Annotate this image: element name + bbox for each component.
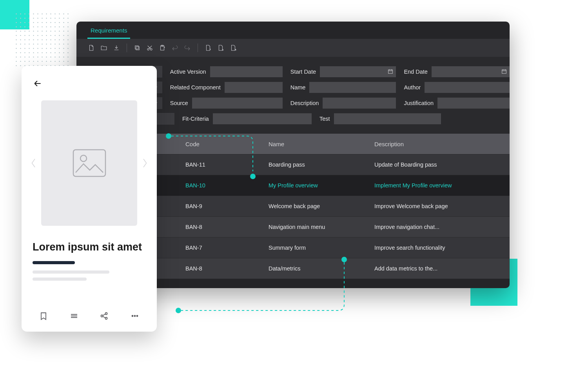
more-icon[interactable] xyxy=(130,311,140,321)
input-fit-criteria[interactable] xyxy=(213,113,312,124)
chevron-left-icon[interactable] xyxy=(30,157,37,169)
cell-name: My Profile overview xyxy=(245,182,363,189)
menu-icon[interactable] xyxy=(69,311,79,321)
paste-icon[interactable] xyxy=(158,44,166,52)
text-placeholder-line xyxy=(33,270,109,274)
image-placeholder xyxy=(41,100,137,226)
svg-point-19 xyxy=(136,316,138,317)
svg-rect-12 xyxy=(73,150,105,176)
tab-requirements[interactable]: Requirements xyxy=(87,27,130,39)
bookmark-icon[interactable] xyxy=(39,311,48,321)
folder-icon[interactable] xyxy=(100,44,108,52)
toolbar-separator xyxy=(198,44,198,52)
svg-rect-7 xyxy=(502,70,506,73)
card-bottom-nav xyxy=(33,307,146,325)
accent-bar xyxy=(33,261,75,264)
cell-description: Improve navigation chat... xyxy=(363,224,510,230)
cell-description: Improve search functionality xyxy=(363,245,510,251)
cell-description: Add data metrics to the... xyxy=(363,265,510,272)
label-description: Description xyxy=(290,100,319,106)
svg-point-17 xyxy=(132,316,133,317)
input-name[interactable] xyxy=(309,82,396,93)
cell-description: Implement My Profile overview xyxy=(363,182,510,189)
mobile-card: Lorem ipsum sit amet xyxy=(22,66,157,332)
label-name: Name xyxy=(290,84,306,91)
col-header-description[interactable]: Description xyxy=(363,141,510,147)
calendar-icon[interactable] xyxy=(387,68,394,74)
undo-icon[interactable] xyxy=(171,44,179,52)
svg-point-11 xyxy=(176,308,181,313)
col-header-name[interactable]: Name xyxy=(245,141,363,147)
new-file-icon[interactable] xyxy=(87,44,95,52)
toolbar-separator xyxy=(127,44,127,52)
input-author[interactable] xyxy=(425,82,510,93)
copy-icon[interactable] xyxy=(133,44,141,52)
file-add-icon[interactable] xyxy=(204,44,212,52)
cell-description: Update of Boarding pass xyxy=(363,162,510,168)
svg-point-13 xyxy=(80,155,87,162)
tab-bar: Requirements xyxy=(76,22,510,39)
back-arrow-icon[interactable] xyxy=(33,78,43,89)
input-end-date[interactable] xyxy=(432,66,510,77)
label-fit-criteria: Fit-Criteria xyxy=(182,116,209,122)
decorative-dots xyxy=(14,12,69,67)
cut-icon[interactable] xyxy=(146,44,154,52)
cell-name: Welcome back page xyxy=(245,203,363,209)
svg-rect-1 xyxy=(135,46,138,49)
label-end-date: End Date xyxy=(404,69,427,75)
input-start-date[interactable] xyxy=(320,66,396,77)
card-title: Lorem ipsum sit amet xyxy=(33,241,146,254)
label-related-component: Related Component xyxy=(170,84,221,91)
label-author: Author xyxy=(404,84,421,91)
svg-point-18 xyxy=(134,316,135,317)
label-source: Source xyxy=(170,100,188,106)
download-icon[interactable] xyxy=(113,44,120,52)
input-related-component[interactable] xyxy=(225,82,283,93)
input-source[interactable] xyxy=(192,98,283,109)
label-justification: Justification xyxy=(404,100,434,106)
cell-name: Summary form xyxy=(245,245,363,251)
input-justification[interactable] xyxy=(437,98,510,109)
cell-name: Data/metrics xyxy=(245,265,363,272)
calendar-icon[interactable] xyxy=(501,68,507,74)
redo-icon[interactable] xyxy=(183,44,191,52)
chevron-right-icon[interactable] xyxy=(141,157,148,169)
cell-description: Improve Welcome back page xyxy=(363,203,510,209)
cell-name: Navigation main menu xyxy=(245,224,363,230)
toolbar xyxy=(76,39,510,57)
label-active-version: Active Version xyxy=(170,69,206,75)
input-test[interactable] xyxy=(334,113,441,124)
cell-name: Boarding pass xyxy=(245,162,363,168)
file-remove-icon[interactable] xyxy=(217,44,225,52)
file-export-icon[interactable] xyxy=(229,44,237,52)
label-start-date: Start Date xyxy=(290,69,316,75)
svg-rect-6 xyxy=(388,70,393,73)
text-placeholder-line xyxy=(33,278,87,281)
input-active-version[interactable] xyxy=(210,66,283,77)
share-icon[interactable] xyxy=(100,311,109,321)
input-description[interactable] xyxy=(323,98,396,109)
svg-rect-0 xyxy=(136,47,139,50)
label-test: Test xyxy=(319,116,330,122)
